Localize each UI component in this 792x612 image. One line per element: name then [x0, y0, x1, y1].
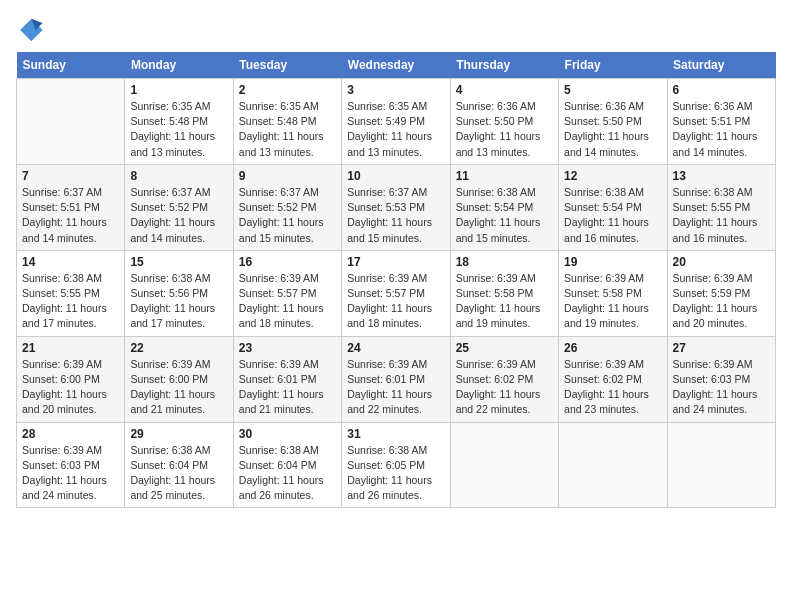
day-info: Sunrise: 6:38 AM Sunset: 5:54 PM Dayligh…: [564, 185, 661, 246]
calendar-cell: 12Sunrise: 6:38 AM Sunset: 5:54 PM Dayli…: [559, 164, 667, 250]
day-number: 13: [673, 169, 770, 183]
day-info: Sunrise: 6:38 AM Sunset: 6:04 PM Dayligh…: [239, 443, 336, 504]
day-info: Sunrise: 6:37 AM Sunset: 5:52 PM Dayligh…: [239, 185, 336, 246]
day-number: 23: [239, 341, 336, 355]
calendar-cell: 10Sunrise: 6:37 AM Sunset: 5:53 PM Dayli…: [342, 164, 450, 250]
day-info: Sunrise: 6:35 AM Sunset: 5:48 PM Dayligh…: [130, 99, 227, 160]
day-number: 12: [564, 169, 661, 183]
day-number: 26: [564, 341, 661, 355]
day-number: 16: [239, 255, 336, 269]
day-info: Sunrise: 6:38 AM Sunset: 6:04 PM Dayligh…: [130, 443, 227, 504]
day-number: 22: [130, 341, 227, 355]
calendar-cell: 22Sunrise: 6:39 AM Sunset: 6:00 PM Dayli…: [125, 336, 233, 422]
day-info: Sunrise: 6:39 AM Sunset: 6:02 PM Dayligh…: [564, 357, 661, 418]
logo-icon: [16, 16, 44, 44]
day-info: Sunrise: 6:39 AM Sunset: 5:59 PM Dayligh…: [673, 271, 770, 332]
calendar-cell: 26Sunrise: 6:39 AM Sunset: 6:02 PM Dayli…: [559, 336, 667, 422]
weekday-header-monday: Monday: [125, 52, 233, 79]
day-number: 20: [673, 255, 770, 269]
day-number: 31: [347, 427, 444, 441]
calendar-cell: 27Sunrise: 6:39 AM Sunset: 6:03 PM Dayli…: [667, 336, 775, 422]
day-number: 3: [347, 83, 444, 97]
day-number: 7: [22, 169, 119, 183]
calendar-cell: 6Sunrise: 6:36 AM Sunset: 5:51 PM Daylig…: [667, 79, 775, 165]
day-info: Sunrise: 6:39 AM Sunset: 5:58 PM Dayligh…: [564, 271, 661, 332]
calendar-table: SundayMondayTuesdayWednesdayThursdayFrid…: [16, 52, 776, 508]
calendar-cell: 3Sunrise: 6:35 AM Sunset: 5:49 PM Daylig…: [342, 79, 450, 165]
day-info: Sunrise: 6:39 AM Sunset: 6:01 PM Dayligh…: [347, 357, 444, 418]
day-info: Sunrise: 6:38 AM Sunset: 5:55 PM Dayligh…: [22, 271, 119, 332]
calendar-cell: 14Sunrise: 6:38 AM Sunset: 5:55 PM Dayli…: [17, 250, 125, 336]
day-info: Sunrise: 6:39 AM Sunset: 6:00 PM Dayligh…: [130, 357, 227, 418]
weekday-header-friday: Friday: [559, 52, 667, 79]
day-info: Sunrise: 6:36 AM Sunset: 5:50 PM Dayligh…: [456, 99, 553, 160]
day-number: 4: [456, 83, 553, 97]
day-number: 8: [130, 169, 227, 183]
calendar-cell: [667, 422, 775, 508]
calendar-cell: 28Sunrise: 6:39 AM Sunset: 6:03 PM Dayli…: [17, 422, 125, 508]
day-info: Sunrise: 6:39 AM Sunset: 5:57 PM Dayligh…: [347, 271, 444, 332]
day-number: 18: [456, 255, 553, 269]
day-number: 14: [22, 255, 119, 269]
calendar-cell: 13Sunrise: 6:38 AM Sunset: 5:55 PM Dayli…: [667, 164, 775, 250]
day-info: Sunrise: 6:38 AM Sunset: 5:56 PM Dayligh…: [130, 271, 227, 332]
day-info: Sunrise: 6:38 AM Sunset: 5:55 PM Dayligh…: [673, 185, 770, 246]
calendar-cell: 29Sunrise: 6:38 AM Sunset: 6:04 PM Dayli…: [125, 422, 233, 508]
day-number: 27: [673, 341, 770, 355]
day-number: 1: [130, 83, 227, 97]
day-info: Sunrise: 6:37 AM Sunset: 5:51 PM Dayligh…: [22, 185, 119, 246]
day-info: Sunrise: 6:39 AM Sunset: 6:00 PM Dayligh…: [22, 357, 119, 418]
calendar-cell: 1Sunrise: 6:35 AM Sunset: 5:48 PM Daylig…: [125, 79, 233, 165]
day-info: Sunrise: 6:38 AM Sunset: 5:54 PM Dayligh…: [456, 185, 553, 246]
day-info: Sunrise: 6:39 AM Sunset: 6:03 PM Dayligh…: [673, 357, 770, 418]
weekday-header-tuesday: Tuesday: [233, 52, 341, 79]
calendar-cell: 17Sunrise: 6:39 AM Sunset: 5:57 PM Dayli…: [342, 250, 450, 336]
calendar-cell: 4Sunrise: 6:36 AM Sunset: 5:50 PM Daylig…: [450, 79, 558, 165]
day-number: 30: [239, 427, 336, 441]
calendar-cell: 11Sunrise: 6:38 AM Sunset: 5:54 PM Dayli…: [450, 164, 558, 250]
calendar-cell: [17, 79, 125, 165]
calendar-cell: 5Sunrise: 6:36 AM Sunset: 5:50 PM Daylig…: [559, 79, 667, 165]
day-number: 25: [456, 341, 553, 355]
day-number: 2: [239, 83, 336, 97]
calendar-cell: 2Sunrise: 6:35 AM Sunset: 5:48 PM Daylig…: [233, 79, 341, 165]
day-info: Sunrise: 6:39 AM Sunset: 6:01 PM Dayligh…: [239, 357, 336, 418]
calendar-cell: 19Sunrise: 6:39 AM Sunset: 5:58 PM Dayli…: [559, 250, 667, 336]
day-number: 9: [239, 169, 336, 183]
calendar-cell: 25Sunrise: 6:39 AM Sunset: 6:02 PM Dayli…: [450, 336, 558, 422]
day-number: 29: [130, 427, 227, 441]
weekday-header-thursday: Thursday: [450, 52, 558, 79]
calendar-cell: [559, 422, 667, 508]
day-info: Sunrise: 6:39 AM Sunset: 6:02 PM Dayligh…: [456, 357, 553, 418]
logo: [16, 16, 48, 44]
calendar-cell: 24Sunrise: 6:39 AM Sunset: 6:01 PM Dayli…: [342, 336, 450, 422]
day-number: 17: [347, 255, 444, 269]
day-number: 11: [456, 169, 553, 183]
day-info: Sunrise: 6:36 AM Sunset: 5:50 PM Dayligh…: [564, 99, 661, 160]
calendar-cell: 15Sunrise: 6:38 AM Sunset: 5:56 PM Dayli…: [125, 250, 233, 336]
day-number: 21: [22, 341, 119, 355]
day-info: Sunrise: 6:39 AM Sunset: 6:03 PM Dayligh…: [22, 443, 119, 504]
calendar-cell: 30Sunrise: 6:38 AM Sunset: 6:04 PM Dayli…: [233, 422, 341, 508]
day-info: Sunrise: 6:36 AM Sunset: 5:51 PM Dayligh…: [673, 99, 770, 160]
calendar-cell: [450, 422, 558, 508]
day-number: 10: [347, 169, 444, 183]
day-info: Sunrise: 6:39 AM Sunset: 5:58 PM Dayligh…: [456, 271, 553, 332]
calendar-cell: 20Sunrise: 6:39 AM Sunset: 5:59 PM Dayli…: [667, 250, 775, 336]
calendar-cell: 18Sunrise: 6:39 AM Sunset: 5:58 PM Dayli…: [450, 250, 558, 336]
day-number: 28: [22, 427, 119, 441]
calendar-cell: 23Sunrise: 6:39 AM Sunset: 6:01 PM Dayli…: [233, 336, 341, 422]
day-info: Sunrise: 6:39 AM Sunset: 5:57 PM Dayligh…: [239, 271, 336, 332]
day-number: 24: [347, 341, 444, 355]
weekday-header-saturday: Saturday: [667, 52, 775, 79]
day-number: 19: [564, 255, 661, 269]
calendar-cell: 31Sunrise: 6:38 AM Sunset: 6:05 PM Dayli…: [342, 422, 450, 508]
day-info: Sunrise: 6:37 AM Sunset: 5:52 PM Dayligh…: [130, 185, 227, 246]
day-info: Sunrise: 6:37 AM Sunset: 5:53 PM Dayligh…: [347, 185, 444, 246]
calendar-cell: 9Sunrise: 6:37 AM Sunset: 5:52 PM Daylig…: [233, 164, 341, 250]
calendar-cell: 16Sunrise: 6:39 AM Sunset: 5:57 PM Dayli…: [233, 250, 341, 336]
weekday-header-sunday: Sunday: [17, 52, 125, 79]
calendar-cell: 21Sunrise: 6:39 AM Sunset: 6:00 PM Dayli…: [17, 336, 125, 422]
day-info: Sunrise: 6:35 AM Sunset: 5:49 PM Dayligh…: [347, 99, 444, 160]
day-number: 6: [673, 83, 770, 97]
